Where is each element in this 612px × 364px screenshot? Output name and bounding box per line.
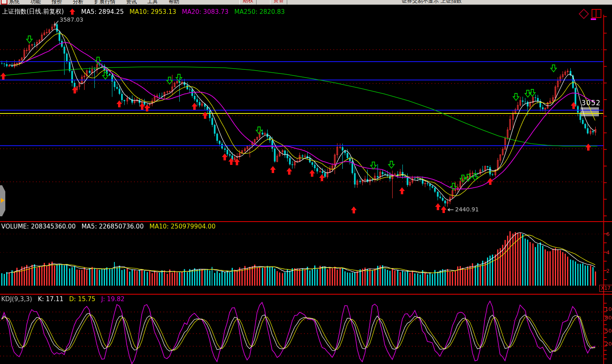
ma20-value-label: MA20: 3083.73 xyxy=(182,8,228,16)
volume-axis-label-6: 6 xyxy=(606,231,610,237)
menu-item-quotes[interactable]: 报价 xyxy=(51,0,62,5)
kdj-axis-label-80: 80 xyxy=(605,315,612,321)
ma5-value-label: MA5: 2894.25 xyxy=(81,8,124,16)
period-low-annotation: 2440.91 xyxy=(455,206,479,213)
main-chart-header: 上证指数(日线.前复权) MA5: 2894.25 MA10: 2953.13 … xyxy=(2,8,285,16)
ma20-axis-marker xyxy=(591,18,596,20)
volume-chart-canvas[interactable] xyxy=(0,221,612,294)
menu-item-system[interactable]: 系统 xyxy=(9,0,20,5)
menu-button-options[interactable]: 期权 xyxy=(239,0,257,5)
volume-pane-header: VOLUME: 208345360.00 MA5: 226850736.00 M… xyxy=(1,223,216,230)
menu-items-row: 系统 功能 报价 分析 扩展行情 资讯 工具 帮助 xyxy=(9,0,188,5)
volume-axis-label-2: 2 xyxy=(606,268,610,274)
ma250-value-label: MA250: 2820.83 xyxy=(234,8,285,16)
kdj-k-label: K: 17.11 xyxy=(38,295,64,303)
volume-ma5-label: MA5: 226850736.00 xyxy=(81,223,143,230)
kdj-pane-header: KDJ(9,3,3) K: 17.11 D: 15.75 J: 19.82 xyxy=(1,295,125,303)
menu-item-news[interactable]: 资讯 xyxy=(126,0,136,5)
chart-title: 上证指数(日线.前复权) xyxy=(2,8,64,16)
volume-value-label: VOLUME: 208345360.00 xyxy=(1,223,76,230)
main-price-chart-canvas[interactable] xyxy=(0,15,612,221)
volume-unit-label: X17 xyxy=(599,285,612,292)
last-price-label: 3052 xyxy=(581,99,601,107)
menu-item-function[interactable]: 功能 xyxy=(30,0,41,5)
kdj-chart-canvas[interactable] xyxy=(0,294,612,364)
kdj-j-label: J: 19.82 xyxy=(101,295,125,303)
kdj-d-label: D: 15.75 xyxy=(69,295,95,303)
trend-up-arrow-icon xyxy=(69,9,75,15)
trading-terminal-window: 系统 功能 报价 分析 扩展行情 资讯 工具 帮助 期权 资管 证券交易不显示 … xyxy=(0,0,612,364)
volume-ma10-label: MA10: 250979904.00 xyxy=(150,223,216,230)
kdj-axis-label-20: 20 xyxy=(605,341,612,347)
volume-axis-label-4: 4 xyxy=(606,249,610,255)
menu-item-analysis[interactable]: 分析 xyxy=(73,0,83,5)
kdj-params-label: KDJ(9,3,3) xyxy=(1,295,32,303)
menu-bar: 系统 功能 报价 分析 扩展行情 资讯 工具 帮助 期权 资管 证券交易不显示 … xyxy=(0,0,612,5)
ma10-value-label: MA10: 2953.13 xyxy=(130,8,176,16)
menu-item-extended-quotes[interactable]: 扩展行情 xyxy=(94,0,115,5)
period-high-annotation: 3587.03 xyxy=(60,16,83,23)
menu-button-asset-mgmt[interactable]: 资管 xyxy=(270,0,287,5)
kdj-axis-label-100: 100 xyxy=(605,306,612,312)
menu-right-status-text: 证券交易不显示 上证指数 xyxy=(402,0,462,4)
expand-arrow-icon xyxy=(1,198,4,203)
split-window-icon[interactable] xyxy=(592,9,601,18)
menu-item-tools[interactable]: 工具 xyxy=(147,0,158,5)
kdj-axis-label-50: 50 xyxy=(605,328,612,334)
menu-item-help[interactable]: 帮助 xyxy=(169,0,179,5)
app-icon[interactable] xyxy=(1,0,7,4)
